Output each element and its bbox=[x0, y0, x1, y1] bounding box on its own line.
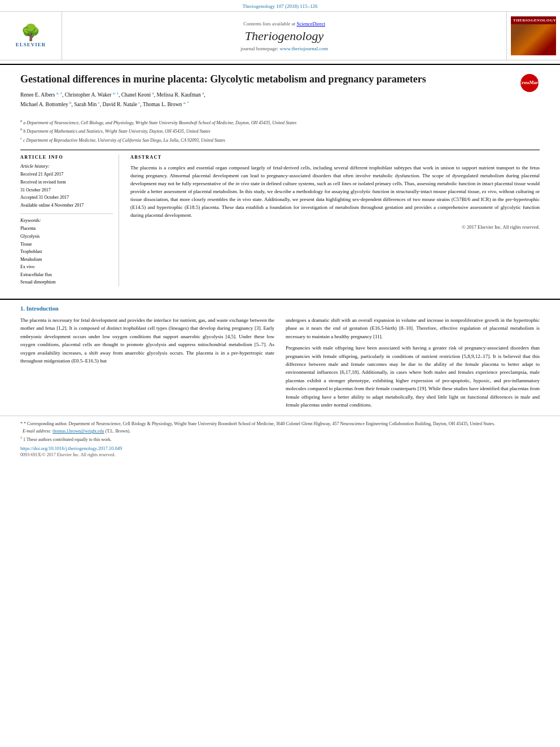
keyword-trophoblast: Trophoblast bbox=[20, 248, 113, 256]
abstract-column: ABSTRACT The placenta is a complex and e… bbox=[130, 155, 540, 286]
affiliation-a: a a Department of Neuroscience, Cell Bio… bbox=[20, 118, 540, 126]
keyword-ex-vivo: Ex vivo bbox=[20, 263, 113, 271]
authors-line: Renee E. Albers a, 1, Christopher A. Wak… bbox=[20, 90, 513, 109]
keyword-metabolism: Metabolism bbox=[20, 256, 113, 264]
online-date: Available online 4 November 2017 bbox=[20, 202, 113, 209]
email-link[interactable]: thomas.l.brown@wright.edu bbox=[53, 429, 104, 434]
intro-para-2: undergoes a dramatic shift with an overa… bbox=[286, 316, 540, 340]
journal-homepage: journal homepage: www.theriojournal.com bbox=[240, 46, 328, 51]
article-info-column: ARTICLE INFO Article history: Received 2… bbox=[20, 155, 119, 286]
crossmark-icon: CrossMark bbox=[519, 73, 540, 93]
accepted-date: Accepted 31 October 2017 bbox=[20, 194, 113, 202]
issn-line: 0093-691X/© 2017 Elsevier Inc. All right… bbox=[20, 452, 540, 457]
keyword-sexual-dimorphism: Sexual dimorphism bbox=[20, 278, 113, 286]
intro-para-3: Pregnancies with male offspring have bee… bbox=[286, 344, 540, 409]
affiliations: a a Department of Neuroscience, Cell Bio… bbox=[20, 118, 540, 144]
sciencedirect-line: Contents lists available at ScienceDirec… bbox=[243, 21, 325, 27]
abstract-text: The placenta is a complex and essential … bbox=[130, 164, 540, 220]
introduction-heading: 1. Introduction bbox=[20, 305, 540, 312]
elsevier-label: ELSEVIER bbox=[16, 42, 46, 47]
email-note: E-mail address: thomas.l.brown@wright.ed… bbox=[20, 428, 540, 435]
abstract-label: ABSTRACT bbox=[130, 155, 540, 160]
intro-col-right: undergoes a dramatic shift with an overa… bbox=[286, 316, 540, 412]
article-info-label: ARTICLE INFO bbox=[20, 155, 113, 160]
intro-para-1: The placenta is necessary for fetal deve… bbox=[20, 316, 274, 365]
revised-date: 31 October 2017 bbox=[20, 186, 113, 194]
keywords-section: Keywords: Placenta Glycolysis Tissue Tro… bbox=[20, 213, 113, 286]
journal-center: Contents lists available at ScienceDirec… bbox=[62, 12, 506, 60]
doi-link[interactable]: https://doi.org/10.1016/j.theriogenology… bbox=[20, 445, 540, 451]
corresponding-author-note: * * Corresponding author. Department of … bbox=[20, 421, 540, 428]
intro-col-left: The placenta is necessary for fetal deve… bbox=[20, 316, 274, 412]
revised-label: Received in revised form bbox=[20, 178, 113, 186]
body-divider bbox=[0, 299, 560, 300]
keyword-extracellular-flux: Extracellular flux bbox=[20, 271, 113, 279]
received-date: Received 21 April 2017 bbox=[20, 171, 113, 178]
keywords-title: Keywords: bbox=[20, 217, 113, 223]
footnote-1: 1 1 These authors contributed equally to… bbox=[20, 435, 540, 443]
article-history-title: Article history: bbox=[20, 163, 113, 169]
keyword-glycolysis: Glycolysis bbox=[20, 233, 113, 241]
keyword-tissue: Tissue bbox=[20, 241, 113, 248]
introduction-body: The placenta is necessary for fetal deve… bbox=[20, 316, 540, 412]
theriogenology-journal-image bbox=[511, 24, 556, 55]
homepage-link[interactable]: www.theriojournal.com bbox=[280, 46, 328, 51]
footnotes-section: * * Corresponding author. Department of … bbox=[0, 416, 560, 461]
journal-title: Theriogenology bbox=[245, 29, 323, 43]
abstract-copyright: © 2017 Elsevier Inc. All rights reserved… bbox=[130, 224, 540, 230]
affiliation-b: b b Department of Mathematics and Statis… bbox=[20, 126, 540, 135]
affiliation-c: c c Department of Reproductive Medicine,… bbox=[20, 136, 540, 144]
elsevier-logo: 🌳 ELSEVIER bbox=[0, 12, 62, 60]
theriogenology-logo: THERIOGENOLOGY bbox=[506, 12, 560, 60]
sciencedirect-link[interactable]: ScienceDirect bbox=[297, 21, 325, 27]
journal-ref: Theriogenology 107 (2018) 115–126 bbox=[243, 3, 318, 9]
article-title-section: Gestational differences in murine placen… bbox=[20, 73, 540, 112]
keyword-placenta: Placenta bbox=[20, 225, 113, 233]
introduction-section: 1. Introduction The placenta is necessar… bbox=[0, 305, 560, 412]
article-title: Gestational differences in murine placen… bbox=[20, 73, 513, 86]
